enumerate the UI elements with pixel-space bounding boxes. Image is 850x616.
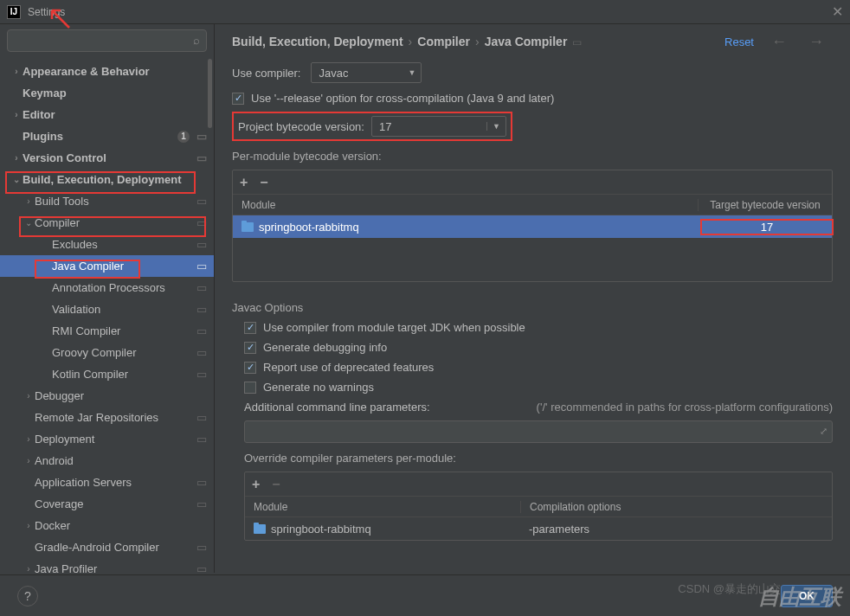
config-icon: ▭ <box>196 324 207 337</box>
content-pane: Build, Execution, Deployment›Compiler›Ja… <box>215 24 850 573</box>
config-icon: ▭ <box>196 562 207 573</box>
close-icon[interactable]: ✕ <box>832 3 843 20</box>
sidebar-item-label: Annotation Processors <box>52 281 193 294</box>
sidebar-item[interactable]: ⌄Compiler▭ <box>0 212 214 234</box>
sidebar-item-label: Appearance & Behavior <box>23 65 207 78</box>
sidebar-item[interactable]: Application Servers▭ <box>0 472 214 493</box>
config-icon: ▭ <box>196 238 207 251</box>
sidebar-item[interactable]: Java Compiler▭ <box>0 255 214 277</box>
chevron-icon: › <box>23 391 35 401</box>
config-icon: ▭ <box>196 433 207 446</box>
sidebar-item[interactable]: ⌄Build, Execution, Deployment <box>0 169 214 190</box>
app-icon: IJ <box>7 5 21 19</box>
sidebar-item-label: Remote Jar Repositories <box>35 411 193 424</box>
sidebar-item[interactable]: Keymap <box>0 82 214 104</box>
sidebar-item[interactable]: ›Appearance & Behavior <box>0 61 214 82</box>
sidebar-item[interactable]: ›Debugger <box>0 385 214 407</box>
remove-button[interactable]: − <box>272 478 280 491</box>
scrollbar[interactable] <box>208 59 212 128</box>
sidebar-item-label: Editor <box>23 108 207 121</box>
release-checkbox[interactable]: ✓ <box>232 93 244 105</box>
config-icon: ▭ <box>196 541 207 554</box>
chevron-icon: ⌄ <box>10 175 23 184</box>
sidebar-item[interactable]: ›Editor <box>0 104 214 125</box>
sidebar-item[interactable]: Kotlin Compiler▭ <box>0 363 214 385</box>
search-icon: ⌕ <box>193 34 200 47</box>
project-bytecode-label: Project bytecode version: <box>238 120 364 133</box>
chevron-icon: › <box>23 196 35 206</box>
table-row[interactable]: springboot-rabbitmq -parameters <box>245 517 832 540</box>
ok-button[interactable]: OK <box>781 585 833 607</box>
sidebar-item-label: Kotlin Compiler <box>52 368 193 381</box>
config-icon: ▭ <box>196 216 207 229</box>
target-header: Target bytecode version <box>698 199 832 211</box>
badge: 1 <box>177 131 190 143</box>
folder-icon <box>241 222 254 232</box>
sidebar-item-label: Docker <box>35 519 207 532</box>
module-header: Module <box>233 199 698 211</box>
sidebar-item-label: Deployment <box>35 433 193 446</box>
nav-arrows[interactable]: ← → <box>771 33 833 51</box>
sidebar-item-label: Android <box>35 454 207 467</box>
sidebar-item-label: RMI Compiler <box>52 324 193 337</box>
config-icon: ▭ <box>196 497 207 510</box>
sidebar-item[interactable]: ›Java Profiler▭ <box>0 558 214 573</box>
chevron-down-icon: ▼ <box>409 68 416 77</box>
sidebar-item[interactable]: Validation▭ <box>0 298 214 320</box>
config-icon: ▭ <box>196 130 207 143</box>
sidebar-item[interactable]: Gradle-Android Compiler▭ <box>0 536 214 558</box>
sidebar-item[interactable]: Groovy Compiler▭ <box>0 342 214 363</box>
override-label: Override compiler parameters per-module: <box>244 452 833 465</box>
config-icon: ▭ <box>196 476 207 489</box>
chevron-icon: › <box>23 521 35 530</box>
sidebar-item[interactable]: ›Android <box>0 450 214 472</box>
config-icon: ▭ <box>196 303 207 316</box>
module-header2: Module <box>245 501 520 513</box>
cb-no-warnings[interactable] <box>244 382 256 394</box>
chevron-icon: › <box>23 434 35 444</box>
cb-deprecated[interactable]: ✓ <box>244 362 256 374</box>
sidebar-item[interactable]: ›Version Control▭ <box>0 147 214 169</box>
sidebar-item-label: Excludes <box>52 238 193 251</box>
chevron-icon: › <box>23 564 35 573</box>
use-compiler-label: Use compiler: <box>232 67 300 80</box>
use-compiler-select[interactable]: Javac▼ <box>311 62 422 83</box>
reset-link[interactable]: Reset <box>724 35 754 48</box>
sidebar-item-label: Plugins <box>23 130 177 143</box>
cb-debug-info[interactable]: ✓ <box>244 342 256 354</box>
chevron-down-icon: ▼ <box>486 122 500 131</box>
sidebar-item[interactable]: ›Deployment▭ <box>0 428 214 450</box>
expand-icon[interactable]: ⤢ <box>820 426 827 437</box>
comp-options-header: Compilation options <box>520 501 832 513</box>
javac-options-label: Javac Options <box>232 301 833 314</box>
sidebar-item[interactable]: Remote Jar Repositories▭ <box>0 407 214 428</box>
add-button[interactable]: + <box>252 478 260 491</box>
addl-hint: ('/' recommended in paths for cross-plat… <box>537 401 833 414</box>
sidebar-item[interactable]: ›Docker <box>0 515 214 536</box>
project-bytecode-select[interactable]: 17▼ <box>371 116 506 137</box>
sidebar-item[interactable]: ›Build Tools▭ <box>0 190 214 212</box>
sidebar-item[interactable]: Excludes▭ <box>0 234 214 255</box>
sidebar-item-label: Java Compiler <box>52 260 193 273</box>
cb-module-jdk[interactable]: ✓ <box>244 322 256 334</box>
sidebar-item[interactable]: Annotation Processors▭ <box>0 277 214 298</box>
sidebar-item-label: Application Servers <box>35 476 193 489</box>
sidebar-item[interactable]: Plugins1▭ <box>0 125 214 147</box>
sidebar-item-label: Groovy Compiler <box>52 346 193 359</box>
remove-button[interactable]: − <box>260 176 267 189</box>
sidebar: ⌕ ›Appearance & BehaviorKeymap›EditorPlu… <box>0 24 215 573</box>
sidebar-item-label: Keymap <box>23 87 207 99</box>
config-icon: ▭ <box>196 368 207 381</box>
config-icon: ▭ <box>196 346 207 359</box>
window-title: Settings <box>28 6 832 18</box>
addl-params-input[interactable] <box>244 420 833 443</box>
sidebar-item[interactable]: RMI Compiler▭ <box>0 320 214 342</box>
chevron-icon: › <box>23 456 35 465</box>
breadcrumb: Build, Execution, Deployment›Compiler›Ja… <box>232 35 724 48</box>
config-icon: ▭ <box>196 151 207 164</box>
table-row[interactable]: springboot-rabbitmq 17 <box>233 215 832 238</box>
add-button[interactable]: + <box>240 176 248 189</box>
help-button[interactable]: ? <box>17 586 38 606</box>
sidebar-item[interactable]: Coverage▭ <box>0 493 214 515</box>
search-input[interactable] <box>7 29 207 52</box>
